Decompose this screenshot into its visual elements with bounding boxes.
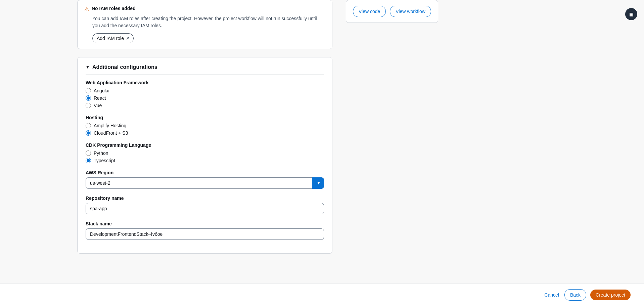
section-header: ▼ Additional configurations xyxy=(86,64,324,75)
aws-region-select-wrapper: us-east-1 us-east-2 us-west-1 us-west-2 … xyxy=(86,177,324,189)
radio-react-input[interactable] xyxy=(86,95,91,101)
view-workflow-label: View workflow xyxy=(396,9,425,14)
radio-python-input[interactable] xyxy=(86,150,91,156)
radio-python[interactable]: Python xyxy=(86,150,324,156)
radio-vue-input[interactable] xyxy=(86,103,91,108)
iam-warning-title: No IAM roles added xyxy=(92,6,136,11)
radio-typescript-input[interactable] xyxy=(86,158,91,163)
main-content: ⚠ No IAM roles added You can add IAM rol… xyxy=(0,0,644,283)
top-right-icon: ▣ xyxy=(625,8,637,20)
iam-warning-header: ⚠ No IAM roles added xyxy=(84,6,325,12)
radio-angular-label: Angular xyxy=(94,88,110,93)
radio-typescript[interactable]: Typescript xyxy=(86,158,324,163)
radio-vue[interactable]: Vue xyxy=(86,103,324,108)
radio-angular[interactable]: Angular xyxy=(86,88,324,93)
radio-react[interactable]: React xyxy=(86,95,324,101)
stack-name-input[interactable] xyxy=(86,228,324,240)
stack-name-label: Stack name xyxy=(86,221,324,226)
aws-region-label: AWS Region xyxy=(86,170,324,175)
hosting-group: Hosting Amplify Hosting CloudFront + S3 xyxy=(86,115,324,136)
radio-cloudfront-input[interactable] xyxy=(86,130,91,136)
radio-amplify-label: Amplify Hosting xyxy=(94,123,126,128)
back-label: Back xyxy=(570,292,581,298)
repository-name-label: Repository name xyxy=(86,195,324,201)
create-project-button[interactable]: Create project xyxy=(590,290,631,300)
add-iam-role-button[interactable]: Add IAM role ↗ xyxy=(92,33,134,43)
view-code-label: View code xyxy=(359,9,380,14)
back-button[interactable]: Back xyxy=(564,289,586,301)
cancel-label: Cancel xyxy=(544,292,559,298)
right-panel-card: View code View workflow xyxy=(346,0,438,23)
radio-react-label: React xyxy=(94,95,106,101)
view-code-button[interactable]: View code xyxy=(353,6,386,17)
radio-amplify-hosting[interactable]: Amplify Hosting xyxy=(86,123,324,128)
aws-region-group: AWS Region us-east-1 us-east-2 us-west-1… xyxy=(86,170,324,189)
cdk-language-group: CDK Programming Language Python Typescri… xyxy=(86,142,324,163)
top-icon-symbol: ▣ xyxy=(629,11,634,17)
repository-name-input[interactable] xyxy=(86,203,324,214)
radio-cloudfront-s3[interactable]: CloudFront + S3 xyxy=(86,130,324,136)
external-link-icon: ↗ xyxy=(126,36,129,41)
additional-configurations-section: ▼ Additional configurations Web Applicat… xyxy=(77,57,332,254)
iam-warning-description: You can add IAM roles after creating the… xyxy=(92,15,325,29)
create-project-label: Create project xyxy=(596,292,625,298)
radio-angular-input[interactable] xyxy=(86,88,91,93)
bottom-bar: Cancel Back Create project xyxy=(0,283,644,306)
warning-icon: ⚠ xyxy=(84,6,89,12)
cdk-language-label: CDK Programming Language xyxy=(86,142,324,148)
hosting-label: Hosting xyxy=(86,115,324,120)
iam-warning-box: ⚠ No IAM roles added You can add IAM rol… xyxy=(77,0,332,49)
chevron-icon: ▼ xyxy=(86,65,90,70)
radio-typescript-label: Typescript xyxy=(94,158,115,163)
left-panel: ⚠ No IAM roles added You can add IAM rol… xyxy=(77,0,332,270)
right-panel: View code View workflow xyxy=(332,0,644,270)
web-framework-label: Web Application Framework xyxy=(86,80,324,85)
stack-name-group: Stack name xyxy=(86,221,324,240)
section-title: Additional configurations xyxy=(92,64,157,70)
repository-name-group: Repository name xyxy=(86,195,324,214)
view-workflow-button[interactable]: View workflow xyxy=(390,6,431,17)
aws-region-select[interactable]: us-east-1 us-east-2 us-west-1 us-west-2 … xyxy=(86,177,324,189)
cancel-button[interactable]: Cancel xyxy=(543,290,560,300)
add-iam-role-label: Add IAM role xyxy=(97,36,124,41)
radio-vue-label: Vue xyxy=(94,103,102,108)
web-framework-group: Web Application Framework Angular React … xyxy=(86,80,324,108)
radio-cloudfront-label: CloudFront + S3 xyxy=(94,130,128,136)
radio-amplify-input[interactable] xyxy=(86,123,91,128)
page-wrapper: ⚠ No IAM roles added You can add IAM rol… xyxy=(0,0,644,306)
radio-python-label: Python xyxy=(94,150,108,156)
